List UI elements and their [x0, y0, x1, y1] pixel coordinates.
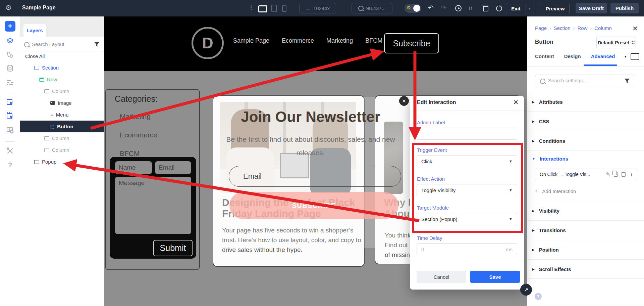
- layer-item-button-selected[interactable]: ⬚ Button: [20, 121, 104, 132]
- exit-button[interactable]: Exit: [506, 3, 526, 14]
- filter-funnel-icon[interactable]: [94, 42, 99, 47]
- default-preset-button[interactable]: Default Preset ∷: [596, 37, 636, 48]
- time-delay-input[interactable]: 0 ms: [417, 243, 517, 255]
- accordion-transitions[interactable]: ▶ Transitions: [527, 220, 644, 240]
- portability-icon[interactable]: [496, 5, 502, 11]
- preview-button[interactable]: Preview: [541, 3, 570, 14]
- accordion-conditions[interactable]: ▶ Conditions: [527, 131, 644, 150]
- phone-view-icon[interactable]: [282, 5, 286, 12]
- layer-item-section[interactable]: Section: [20, 62, 104, 74]
- newsletter-email-input[interactable]: Email: [229, 166, 401, 187]
- layer-item-menu[interactable]: ≡ Menu: [20, 109, 104, 121]
- interaction-mode-toggle[interactable]: ⚙: [405, 4, 421, 13]
- layers-icon[interactable]: [5, 36, 15, 47]
- zoom-level-input[interactable]: 98.437...: [352, 3, 392, 13]
- accordion-css[interactable]: ▶ CSS: [527, 112, 644, 131]
- breadcrumb-link[interactable]: Section: [554, 25, 571, 31]
- layer-item-column[interactable]: Column: [20, 132, 104, 144]
- drag-handle-dots-icon[interactable]: ⋮: [248, 4, 254, 11]
- viewport-width-input[interactable]: ↔ 1024px: [299, 3, 336, 13]
- panel-close-icon[interactable]: ✕: [632, 25, 638, 33]
- help-bubble-icon[interactable]: ?: [535, 293, 542, 300]
- panel-drag-handle[interactable]: ↗: [520, 284, 532, 296]
- breadcrumb-link[interactable]: Row: [577, 25, 587, 31]
- nav-link[interactable]: Ecommerce: [282, 37, 314, 44]
- column-icon: [44, 89, 49, 93]
- data-icon[interactable]: [5, 63, 15, 74]
- accordion-interactions-expanded[interactable]: ▼ Interactions: [527, 150, 644, 167]
- tab-content[interactable]: Content: [535, 53, 554, 59]
- save-draft-button[interactable]: Save Draft: [576, 3, 607, 13]
- redo-icon[interactable]: ↷: [441, 4, 446, 11]
- multi-select-icon[interactable]: [5, 111, 15, 121]
- modal-close-icon[interactable]: ✕: [513, 98, 519, 106]
- layer-item-column[interactable]: Column: [20, 85, 104, 97]
- save-button[interactable]: Save: [470, 271, 520, 283]
- desktop-view-icon[interactable]: [258, 5, 267, 12]
- tab-layers[interactable]: Layers: [23, 24, 46, 37]
- tab-design[interactable]: Design: [564, 53, 581, 59]
- nav-link[interactable]: Marketing: [326, 37, 353, 44]
- layer-item-row[interactable]: Row: [20, 74, 104, 85]
- message-field[interactable]: Message: [115, 177, 191, 234]
- exit-dropdown-caret[interactable]: ▾: [525, 3, 534, 14]
- edit-pencil-icon[interactable]: ✎: [606, 171, 610, 177]
- sort-arrows-icon[interactable]: ↓↑: [468, 5, 472, 10]
- modal-title: Edit Interaction: [417, 99, 456, 105]
- layer-item-image[interactable]: Image: [20, 97, 104, 109]
- settings-accordion: ▶ Attributes ▶ CSS ▶ Conditions ▼ Intera…: [527, 92, 644, 279]
- subscribe-button[interactable]: Subscribe: [384, 33, 439, 53]
- interaction-item[interactable]: On Click → Toggle Vis... ✎ ⋮: [535, 169, 637, 180]
- builder-settings-gear-icon[interactable]: ⚙: [5, 4, 12, 12]
- effect-action-select[interactable]: Toggle Visibility ▼: [417, 184, 517, 196]
- layer-item-popup[interactable]: Popup: [20, 156, 104, 168]
- add-module-button[interactable]: +: [5, 21, 15, 32]
- breadcrumb-link[interactable]: Column: [594, 25, 612, 31]
- search-icon: [24, 42, 30, 47]
- admin-label-input[interactable]: [417, 128, 517, 140]
- window-status-icon[interactable]: [5, 125, 15, 135]
- category-link[interactable]: BFCM: [120, 149, 140, 158]
- trash-icon[interactable]: [483, 6, 488, 11]
- tools-icon[interactable]: [5, 145, 15, 156]
- tab-advanced[interactable]: Advanced: [591, 53, 615, 59]
- add-interaction-button[interactable]: + Add Interaction: [535, 188, 644, 195]
- layer-item-column[interactable]: Column: [20, 144, 104, 156]
- cancel-button[interactable]: Cancel: [417, 271, 466, 283]
- site-logo[interactable]: D: [192, 27, 224, 59]
- select-module-icon[interactable]: [5, 97, 15, 108]
- more-options-icon[interactable]: ⋮: [629, 172, 634, 177]
- newsletter-subscribe-button[interactable]: SUBSCRIBE: [229, 192, 398, 219]
- nav-link[interactable]: BFCM: [365, 37, 382, 44]
- undo-icon[interactable]: ↶: [428, 4, 434, 11]
- accordion-position[interactable]: ▶ Position: [527, 240, 644, 259]
- tabs-caret-icon[interactable]: ▾: [625, 54, 627, 59]
- name-field[interactable]: [115, 161, 152, 174]
- delete-icon[interactable]: [622, 172, 626, 177]
- category-link[interactable]: Ecommerce: [120, 131, 157, 139]
- tablet-view-icon[interactable]: [271, 5, 277, 12]
- toggle-knob: [413, 5, 420, 12]
- popup-close-icon[interactable]: ✕: [399, 96, 409, 106]
- target-module-select[interactable]: Section (Popup) ▼: [417, 213, 517, 225]
- accordion-attributes[interactable]: ▶ Attributes: [527, 92, 644, 112]
- trigger-event-select[interactable]: Click ▼: [417, 155, 517, 167]
- history-icon[interactable]: [455, 5, 462, 11]
- design-presets-icon[interactable]: [5, 49, 15, 60]
- settings-search-input[interactable]: Search settings...: [535, 75, 634, 87]
- accordion-visibility[interactable]: ▶ Visibility: [527, 201, 644, 220]
- publish-button[interactable]: Publish: [610, 3, 639, 13]
- nav-link[interactable]: Sample Page: [233, 37, 269, 44]
- duplicate-icon[interactable]: [614, 172, 618, 177]
- category-link[interactable]: Marketing: [120, 113, 151, 121]
- email-field[interactable]: [155, 161, 191, 174]
- accordion-scroll-effects[interactable]: ▶ Scroll Effects: [527, 259, 644, 279]
- list-view-icon[interactable]: [5, 78, 15, 88]
- filter-funnel-icon[interactable]: [625, 79, 630, 83]
- breadcrumb-link[interactable]: Page: [535, 25, 547, 31]
- close-all-link[interactable]: Close All: [25, 53, 45, 59]
- help-icon[interactable]: ?: [5, 160, 15, 170]
- submit-button[interactable]: Submit: [153, 240, 193, 256]
- desktop-preview-icon[interactable]: [631, 53, 639, 60]
- layers-search[interactable]: Search Layout: [20, 37, 104, 51]
